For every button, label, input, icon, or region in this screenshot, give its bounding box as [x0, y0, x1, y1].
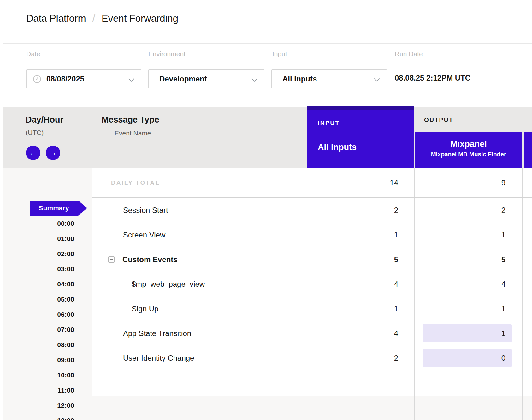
environment-value: Development [159, 75, 207, 83]
table-row: Screen View 1 1 [92, 223, 532, 247]
date-filter-label: Date [26, 50, 40, 58]
event-name: App State Transition [123, 321, 191, 346]
hour-label[interactable]: 08:00 [3, 337, 74, 352]
event-forwarding-page: Data Platform / Event Forwarding Date En… [0, 0, 532, 420]
input-filter-label: Input [272, 50, 287, 58]
hour-label[interactable]: 03:00 [3, 261, 74, 277]
input-value: All Inputs [282, 75, 317, 83]
environment-filter-label: Environment [148, 50, 186, 58]
hour-label[interactable]: 04:00 [3, 277, 74, 292]
hour-label[interactable]: 02:00 [3, 246, 74, 261]
mixpanel-subtitle: Mixpanel MB Music Finder [415, 151, 522, 158]
clock-icon [33, 75, 41, 83]
breadcrumb-separator-icon: / [92, 12, 95, 24]
hour-list: 00:0001:0002:0003:0004:0005:0006:0007:00… [3, 216, 74, 420]
run-date-label: Run Date [395, 50, 423, 58]
page-title: Event Forwarding [102, 13, 178, 24]
summary-tab[interactable]: Summary [30, 201, 87, 216]
input-count: 4 [335, 321, 398, 346]
hour-label[interactable]: 07:00 [3, 322, 74, 337]
hour-label[interactable]: 05:00 [3, 292, 74, 307]
day-hour-title: Day/Hour [26, 115, 63, 125]
table-row: Custom Events 5 5 [92, 247, 532, 272]
input-column-header: INPUT All Inputs [307, 106, 414, 168]
next-day-button[interactable]: → [46, 146, 60, 160]
hour-label[interactable]: 11:00 [3, 383, 74, 398]
table-row: $mp_web_page_view 4 4 [92, 272, 532, 297]
table-row: Session Start 2 2 [92, 198, 532, 223]
event-name: Custom Events [122, 247, 178, 272]
output-count: 0 [442, 346, 505, 370]
daily-total-row: DAILY TOTAL 14 9 [92, 168, 532, 198]
hour-label[interactable]: 01:00 [3, 231, 74, 246]
date-select[interactable]: 08/08/2025 [26, 69, 141, 88]
breadcrumb-data-platform[interactable]: Data Platform [26, 13, 86, 24]
next-output-column-header [524, 132, 532, 168]
hour-label[interactable]: 00:00 [3, 216, 74, 231]
event-name: Screen View [123, 223, 165, 247]
chevron-down-icon [251, 76, 257, 81]
hour-label[interactable]: 06:00 [3, 307, 74, 322]
output-count: 1 [442, 297, 505, 321]
breadcrumb: Data Platform / Event Forwarding [26, 12, 178, 24]
mixpanel-title: Mixpanel [415, 139, 522, 149]
environment-select[interactable]: Development [148, 69, 264, 88]
table-row: User Identity Change 2 0 [92, 346, 532, 370]
arrow-right-icon: → [49, 148, 57, 157]
input-column-title: All Inputs [318, 142, 357, 152]
arrow-left-icon: ← [29, 148, 37, 157]
minus-icon [110, 259, 113, 260]
message-type-title: Message Type [102, 115, 159, 125]
event-name: $mp_web_page_view [132, 272, 205, 297]
table-row: App State Transition 4 1 [92, 321, 532, 346]
input-section-label: INPUT [318, 120, 340, 127]
run-date-value: 08.08.25 2:12PM UTC [395, 74, 470, 82]
event-rows: Session Start 2 2 Screen View 1 1 Custom… [92, 198, 532, 370]
output-count: 2 [442, 198, 505, 223]
daily-total-label: DAILY TOTAL [111, 168, 160, 198]
event-name: User Identity Change [123, 346, 194, 370]
header-divider [3, 43, 532, 44]
daily-total-output-value: 9 [442, 168, 505, 198]
input-count: 5 [335, 247, 398, 272]
daily-total-input-value: 14 [335, 168, 398, 198]
output-count: 4 [442, 272, 505, 297]
hour-label[interactable]: 09:00 [3, 352, 74, 368]
chevron-down-icon [374, 76, 380, 81]
hour-label[interactable]: 12:00 [3, 398, 74, 413]
prev-day-button[interactable]: ← [26, 146, 40, 160]
output-count: 1 [442, 321, 505, 346]
table-row: Sign Up 1 1 [92, 297, 532, 321]
output-section-label: OUTPUT [424, 117, 453, 123]
event-name: Session Start [123, 198, 168, 223]
date-value: 08/08/2025 [46, 75, 84, 83]
input-count: 1 [335, 297, 398, 321]
hour-label[interactable]: 10:00 [3, 368, 74, 383]
collapse-toggle-icon[interactable] [108, 256, 115, 263]
input-count: 2 [335, 346, 398, 370]
event-name: Sign Up [132, 297, 158, 321]
chevron-down-icon [128, 76, 134, 81]
hour-label[interactable]: 13:00 [3, 413, 74, 420]
input-select[interactable]: All Inputs [271, 69, 387, 88]
input-count: 2 [335, 198, 398, 223]
mixpanel-column-header[interactable]: Mixpanel Mixpanel MB Music Finder [415, 132, 522, 168]
footer-band [92, 396, 532, 420]
output-count: 5 [442, 247, 505, 272]
output-count: 1 [442, 223, 505, 247]
event-name-subtitle: Event Name [115, 129, 151, 137]
input-count: 4 [335, 272, 398, 297]
day-hour-subtitle: (UTC) [26, 129, 44, 136]
input-count: 1 [335, 223, 398, 247]
